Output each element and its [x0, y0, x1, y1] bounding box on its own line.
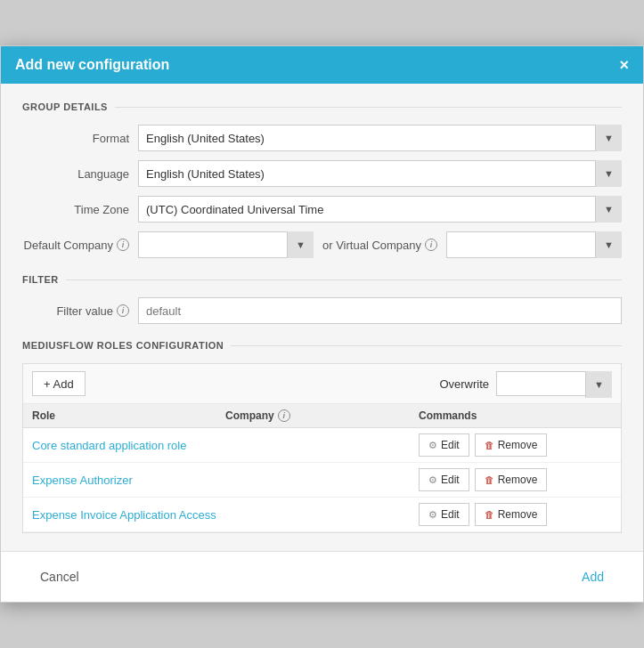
edit-button[interactable]: ⚙ Edit — [419, 503, 469, 526]
gear-icon: ⚙ — [428, 440, 437, 451]
company-col-info-icon[interactable]: i — [278, 409, 290, 422]
role-commands: ⚙ Edit 🗑 Remove — [419, 468, 612, 491]
close-button[interactable]: × — [619, 57, 629, 73]
language-select-wrapper: English (United States) ▼ — [138, 160, 622, 187]
format-row: Format English (United States) ▼ — [22, 125, 622, 151]
default-company-info-icon[interactable]: i — [117, 239, 129, 251]
col-header-commands: Commands — [419, 409, 612, 422]
remove-button[interactable]: 🗑 Remove — [475, 503, 548, 526]
filter-section: FILTER Filter value i — [22, 274, 622, 324]
edit-button[interactable]: ⚙ Edit — [419, 468, 469, 491]
filter-value-label: Filter value i — [22, 304, 129, 318]
add-button[interactable]: Add — [564, 564, 622, 589]
cancel-button[interactable]: Cancel — [22, 564, 97, 589]
modal-header: Add new configuration × — [1, 46, 643, 84]
role-name[interactable]: Expense Invoice Application Access — [32, 508, 225, 522]
group-details-section: GROUP DETAILS Format English (United Sta… — [22, 101, 622, 258]
edit-button[interactable]: ⚙ Edit — [419, 433, 469, 457]
role-name[interactable]: Core standard application role — [32, 439, 225, 452]
language-select[interactable]: English (United States) — [138, 160, 622, 187]
roles-table-body: Core standard application role ⚙ Edit 🗑 … — [23, 428, 621, 532]
timezone-label: Time Zone — [22, 203, 129, 216]
default-company-select[interactable] — [138, 231, 314, 258]
gear-icon: ⚙ — [428, 474, 437, 486]
virtual-company-select[interactable] — [446, 231, 622, 258]
remove-button[interactable]: 🗑 Remove — [475, 433, 548, 457]
overwrite-select-wrapper: ▼ — [496, 371, 612, 396]
col-header-company: Company i — [225, 409, 419, 422]
filter-value-input[interactable] — [138, 297, 622, 324]
table-row: Core standard application role ⚙ Edit 🗑 … — [23, 428, 621, 463]
virtual-company-select-wrapper: ▼ — [446, 231, 622, 258]
timezone-select[interactable]: (UTC) Coordinated Universal Time — [138, 196, 622, 223]
role-name[interactable]: Expense Authorizer — [32, 474, 225, 487]
format-label: Format — [22, 132, 129, 145]
overwrite-label: Overwrite — [439, 377, 489, 391]
trash-icon: 🗑 — [485, 440, 494, 450]
timezone-row: Time Zone (UTC) Coordinated Universal Ti… — [22, 196, 622, 223]
virtual-company-info-icon[interactable]: i — [425, 239, 437, 251]
roles-table-container: + Add Overwrite ▼ Role Company i — [22, 363, 622, 533]
table-row: Expense Authorizer ⚙ Edit 🗑 Remove — [23, 463, 621, 498]
modal-title: Add new configuration — [15, 57, 169, 73]
filter-section-title: FILTER — [22, 274, 622, 285]
add-role-button[interactable]: + Add — [32, 371, 86, 396]
modal-body: GROUP DETAILS Format English (United Sta… — [1, 84, 643, 551]
default-company-select-wrapper: ▼ — [138, 231, 314, 258]
language-label: Language — [22, 167, 129, 181]
remove-button[interactable]: 🗑 Remove — [475, 468, 548, 491]
filter-row: Filter value i — [22, 297, 622, 324]
group-details-title: GROUP DETAILS — [22, 101, 622, 112]
trash-icon: 🗑 — [485, 509, 494, 520]
gear-icon: ⚙ — [428, 509, 437, 521]
format-select[interactable]: English (United States) — [138, 125, 622, 151]
roles-toolbar: + Add Overwrite ▼ — [23, 364, 621, 404]
filter-value-info-icon[interactable]: i — [117, 304, 129, 317]
roles-table-header: Role Company i Commands — [23, 404, 621, 428]
company-row: Default Company i ▼ or Virtual Company i — [22, 231, 622, 258]
table-row: Expense Invoice Application Access ⚙ Edi… — [23, 498, 621, 532]
role-commands: ⚙ Edit 🗑 Remove — [419, 433, 612, 457]
trash-icon: 🗑 — [485, 474, 494, 485]
roles-section-title: MEDIUSFLOW ROLES CONFIGURATION — [22, 340, 622, 351]
timezone-select-wrapper: (UTC) Coordinated Universal Time ▼ — [138, 196, 622, 223]
modal-add-configuration: Add new configuration × GROUP DETAILS Fo… — [0, 45, 644, 603]
role-commands: ⚙ Edit 🗑 Remove — [419, 503, 612, 526]
format-select-wrapper: English (United States) ▼ — [138, 125, 622, 151]
default-company-label: Default Company i — [22, 239, 129, 252]
overwrite-select[interactable] — [496, 371, 612, 396]
col-header-role: Role — [32, 409, 225, 422]
virtual-company-label: or Virtual Company i — [322, 239, 437, 252]
modal-footer: Cancel Add — [1, 551, 643, 602]
language-row: Language English (United States) ▼ — [22, 160, 622, 187]
roles-section: MEDIUSFLOW ROLES CONFIGURATION + Add Ove… — [22, 340, 622, 533]
